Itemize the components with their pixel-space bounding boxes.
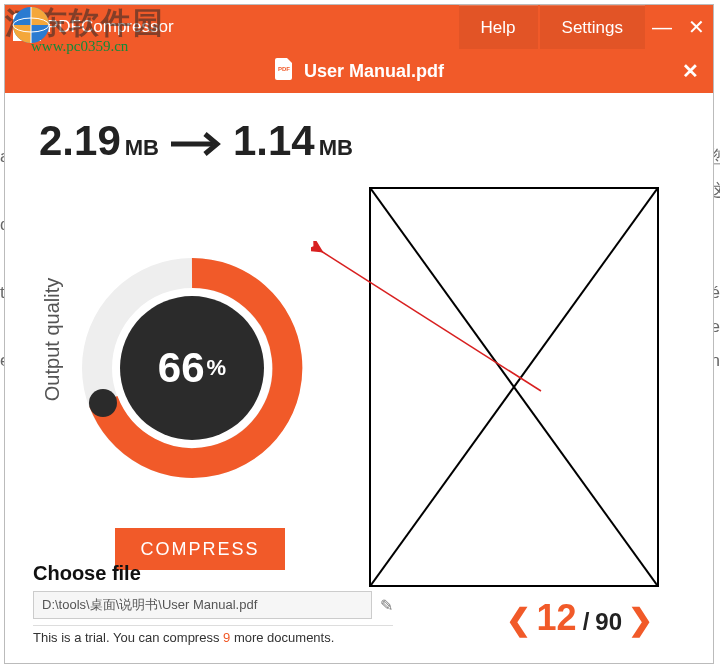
titlebar: PDFCompressor Help Settings — ✕ bbox=[5, 5, 713, 49]
original-size-value: 2.19 bbox=[39, 117, 121, 165]
trial-suffix: more documents. bbox=[230, 630, 334, 645]
close-window-button[interactable]: ✕ bbox=[679, 5, 713, 49]
content-area: 2.19 MB 1.14 MB Output quality 66 % COMP… bbox=[5, 93, 713, 663]
compressed-size-value: 1.14 bbox=[233, 117, 315, 165]
current-filename: User Manual.pdf bbox=[304, 61, 444, 82]
arrow-right-icon bbox=[169, 121, 223, 169]
page-separator: / bbox=[583, 608, 590, 636]
trial-notice: This is a trial. You can compress 9 more… bbox=[33, 625, 393, 645]
quality-percent: 66 % bbox=[77, 253, 307, 483]
svg-rect-0 bbox=[19, 18, 32, 36]
prev-page-button[interactable]: ❮ bbox=[506, 602, 531, 637]
next-page-button[interactable]: ❯ bbox=[628, 602, 653, 637]
current-page: 12 bbox=[537, 597, 577, 639]
pdf-file-icon: PDF bbox=[274, 58, 294, 85]
file-bar: PDF User Manual.pdf ✕ bbox=[5, 49, 713, 93]
quality-gauge[interactable]: 66 % bbox=[77, 253, 307, 483]
page-preview bbox=[369, 187, 659, 587]
page-navigator: ❮ 12 / 90 ❯ bbox=[506, 597, 653, 639]
compressed-size-unit: MB bbox=[319, 135, 353, 161]
choose-file-title: Choose file bbox=[33, 562, 393, 585]
edit-path-icon[interactable]: ✎ bbox=[380, 596, 393, 615]
size-comparison: 2.19 MB 1.14 MB bbox=[33, 117, 685, 165]
app-logo-wrap: PDFCompressor bbox=[5, 5, 174, 49]
svg-rect-1 bbox=[32, 22, 36, 26]
output-quality-label: Output quality bbox=[41, 278, 64, 401]
trial-prefix: This is a trial. You can compress bbox=[33, 630, 223, 645]
svg-text:PDF: PDF bbox=[278, 66, 290, 72]
file-path-input[interactable] bbox=[33, 591, 372, 619]
app-logo-icon bbox=[13, 13, 41, 41]
app-name: PDFCompressor bbox=[47, 17, 174, 37]
minimize-button[interactable]: — bbox=[645, 5, 679, 49]
choose-file-section: Choose file ✎ This is a trial. You can c… bbox=[33, 562, 393, 645]
quality-percent-value: 66 bbox=[158, 344, 205, 392]
close-file-button[interactable]: ✕ bbox=[682, 59, 699, 83]
settings-button[interactable]: Settings bbox=[540, 5, 645, 49]
original-size-unit: MB bbox=[125, 135, 159, 161]
total-pages: 90 bbox=[595, 608, 622, 636]
help-button[interactable]: Help bbox=[459, 5, 538, 49]
app-window: PDFCompressor Help Settings — ✕ 河东软件园 ww… bbox=[4, 4, 714, 664]
percent-sign: % bbox=[207, 355, 227, 381]
